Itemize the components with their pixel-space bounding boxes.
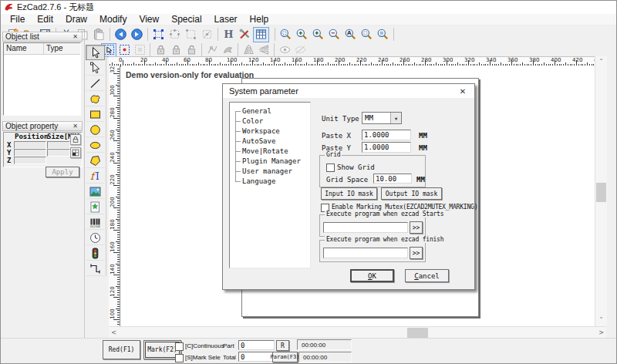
size-y-field[interactable] bbox=[47, 149, 70, 157]
exec-finish-browse-button[interactable]: >> bbox=[410, 247, 423, 259]
scroll-right-icon[interactable]: > bbox=[596, 328, 606, 338]
paste-icon[interactable] bbox=[91, 27, 107, 42]
output-io-mask-button[interactable]: Output IO mask bbox=[381, 187, 442, 200]
hatch-icon[interactable]: H bbox=[221, 27, 237, 42]
param-f3-button[interactable]: Param(F3) bbox=[272, 352, 298, 362]
zoom-point-icon[interactable] bbox=[310, 27, 326, 42]
tree-item-language[interactable]: Language bbox=[233, 177, 310, 187]
spiral-tool[interactable] bbox=[86, 261, 105, 276]
menu-view[interactable]: View bbox=[133, 14, 165, 25]
unit-type-select[interactable]: MM ▼ bbox=[362, 112, 402, 124]
mirror-horizontal-icon[interactable] bbox=[256, 43, 271, 57]
zoom-in-icon[interactable] bbox=[294, 27, 310, 42]
exec-finish-input[interactable] bbox=[323, 248, 408, 258]
menu-edit[interactable]: Edit bbox=[31, 14, 59, 25]
show-grid-checkbox[interactable] bbox=[326, 163, 335, 172]
dialog-title-bar[interactable]: System parameter bbox=[223, 84, 474, 98]
barcode-tool[interactable]: 012345 bbox=[86, 214, 105, 230]
paste-y-input[interactable] bbox=[362, 142, 411, 153]
vertical-scroll-thumb[interactable] bbox=[596, 183, 606, 202]
options-icon[interactable] bbox=[237, 27, 253, 42]
scroll-down-icon[interactable]: ˅ bbox=[596, 315, 606, 325]
draw-order-icon[interactable] bbox=[220, 43, 235, 57]
object-list-close-icon[interactable]: ✕ bbox=[71, 33, 79, 40]
tree-item-move-rotate[interactable]: Move|Rotate bbox=[233, 147, 310, 157]
zoom-selection-icon[interactable] bbox=[359, 27, 375, 42]
table-view-icon[interactable] bbox=[253, 27, 269, 42]
menu-laser[interactable]: Laser bbox=[208, 14, 244, 25]
delay-tool[interactable] bbox=[86, 230, 105, 245]
add-node-icon[interactable] bbox=[167, 27, 183, 42]
text-tool[interactable]: fI bbox=[86, 168, 105, 184]
chevron-down-icon[interactable]: ▼ bbox=[390, 113, 401, 123]
node-edit-tool[interactable] bbox=[86, 60, 105, 76]
circle-tool[interactable] bbox=[86, 122, 105, 137]
grid-space-input[interactable] bbox=[373, 174, 412, 184]
menu-draw[interactable]: Draw bbox=[59, 14, 93, 25]
pick-point-icon[interactable] bbox=[116, 43, 132, 57]
input-io-mask-button[interactable]: Input IO mask bbox=[321, 187, 377, 200]
column-name[interactable]: Name bbox=[4, 43, 44, 54]
show-object-icon[interactable] bbox=[277, 43, 292, 57]
marquee-icon[interactable] bbox=[132, 43, 147, 57]
tree-item-general[interactable]: General bbox=[233, 106, 310, 116]
mark-sele-checkbox[interactable] bbox=[175, 354, 184, 362]
total-count-input[interactable] bbox=[238, 352, 275, 362]
exec-start-input[interactable] bbox=[323, 222, 408, 233]
mirror-vertical-icon[interactable] bbox=[241, 43, 256, 57]
size-x-field[interactable] bbox=[47, 141, 70, 149]
menu-special[interactable]: Special bbox=[165, 14, 207, 25]
position-z-field[interactable] bbox=[14, 157, 46, 164]
tree-item-workspace[interactable]: Workspace bbox=[233, 126, 310, 136]
menu-modify[interactable]: Modify bbox=[93, 14, 133, 25]
paste-x-input[interactable] bbox=[362, 130, 411, 140]
menu-file[interactable]: File bbox=[4, 14, 31, 25]
object-property-close-icon[interactable]: ✕ bbox=[71, 123, 79, 130]
curve-tool[interactable] bbox=[86, 91, 105, 106]
redo-icon[interactable] bbox=[129, 27, 145, 42]
lock-aspect-button[interactable] bbox=[70, 134, 81, 145]
zoom-all-icon[interactable]: A bbox=[342, 27, 359, 42]
select-nodes-icon[interactable] bbox=[150, 27, 167, 42]
grid-cell-button[interactable] bbox=[70, 147, 81, 158]
tree-item-user-manager[interactable]: User manager bbox=[233, 167, 310, 177]
line-tool[interactable] bbox=[86, 76, 105, 91]
vector-file-tool[interactable] bbox=[86, 199, 105, 214]
break-node-icon[interactable] bbox=[199, 27, 215, 42]
polygon-tool[interactable] bbox=[86, 153, 105, 168]
red-f1-button[interactable]: Red(F1) bbox=[103, 340, 140, 359]
object-list[interactable]: NameType bbox=[3, 42, 81, 116]
dialog-close-icon[interactable]: ✕ bbox=[453, 85, 473, 97]
lock-z-icon[interactable] bbox=[184, 43, 199, 57]
io-tool[interactable] bbox=[86, 245, 105, 261]
bitmap-tool[interactable] bbox=[86, 184, 105, 199]
cancel-button[interactable]: Cancel bbox=[405, 269, 449, 282]
position-y-field[interactable] bbox=[14, 149, 46, 157]
zoom-out-icon[interactable] bbox=[326, 27, 342, 42]
zoom-window-icon[interactable] bbox=[278, 27, 294, 42]
snap-node-icon[interactable] bbox=[204, 43, 220, 57]
menu-help[interactable]: Help bbox=[244, 14, 275, 25]
scroll-left-icon[interactable]: < bbox=[109, 328, 119, 338]
tree-item-autosave[interactable]: AutoSave bbox=[233, 136, 310, 147]
horizontal-scrollbar[interactable]: < > bbox=[109, 326, 606, 338]
zoom-page-icon[interactable] bbox=[375, 27, 391, 42]
tree-item-plugin-manager[interactable]: Plugin Manager bbox=[233, 157, 310, 167]
reset-count-button[interactable]: R bbox=[276, 340, 289, 351]
horizontal-scroll-thumb[interactable] bbox=[407, 328, 428, 338]
continuous-checkbox[interactable] bbox=[175, 342, 184, 351]
tree-item-color[interactable]: Color bbox=[233, 116, 310, 126]
ok-button[interactable]: OK bbox=[350, 269, 394, 282]
hide-object-icon[interactable] bbox=[292, 43, 308, 57]
apply-button[interactable]: Apply bbox=[46, 167, 79, 177]
column-type[interactable]: Type bbox=[44, 43, 80, 54]
scroll-up-icon[interactable]: ˄ bbox=[596, 57, 606, 67]
lock-x-icon[interactable] bbox=[153, 43, 168, 57]
vertical-scrollbar[interactable]: ˄ ˅ bbox=[595, 56, 607, 326]
delete-node-icon[interactable] bbox=[183, 27, 199, 42]
position-x-field[interactable] bbox=[14, 141, 46, 149]
exec-start-browse-button[interactable]: >> bbox=[410, 221, 423, 234]
ellipse-tool[interactable] bbox=[86, 137, 105, 153]
rectangle-tool[interactable] bbox=[86, 106, 105, 122]
select-tool[interactable] bbox=[86, 45, 105, 60]
